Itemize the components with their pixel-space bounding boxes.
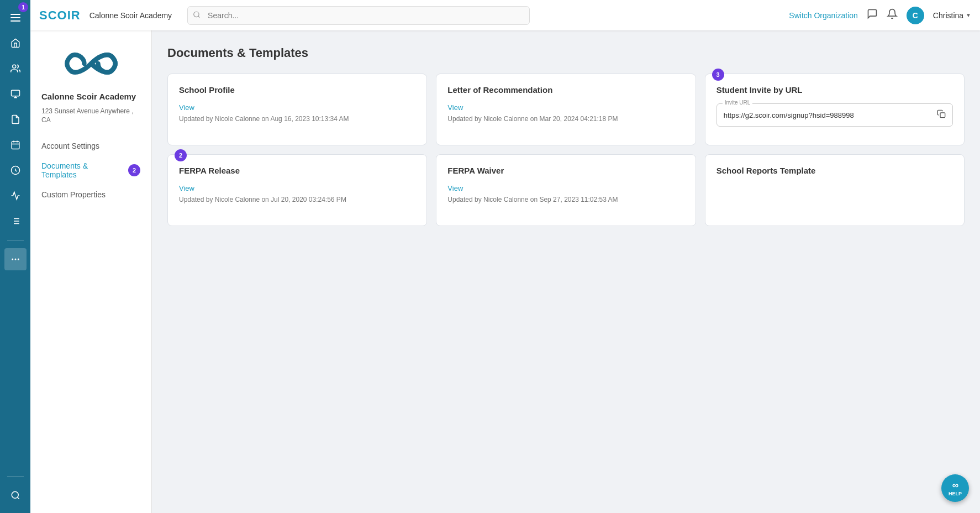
student-invite-title: Student Invite by URL	[716, 85, 953, 95]
user-menu[interactable]: Christina ▼	[933, 11, 971, 20]
school-reports-card: School Reports Template	[705, 154, 965, 226]
svg-point-16	[12, 259, 13, 260]
school-profile-title: School Profile	[179, 85, 415, 95]
nav-documents-templates[interactable]: Documents & Templates 2	[30, 156, 151, 185]
org-logo	[30, 41, 151, 91]
org-name-header: Calonne Scoir Academy	[89, 11, 172, 20]
bottom-nav-icons	[4, 472, 27, 506]
school-reports-title: School Reports Template	[716, 166, 953, 175]
ferpa-waiver-updated: Updated by Nicole Calonne on Sep 27, 202…	[447, 196, 684, 203]
page-title: Documents & Templates	[167, 46, 965, 60]
people-icon[interactable]	[4, 57, 27, 80]
notification-icon[interactable]	[887, 8, 898, 22]
copy-icon[interactable]	[937, 109, 946, 121]
invite-url-box: Invite URL https://g2.scoir.com/signup?h…	[716, 103, 953, 127]
nav-account-settings[interactable]: Account Settings	[30, 136, 151, 156]
svg-rect-0	[10, 14, 20, 15]
content-layout: Calonne Scoir Academy 123 Sunset Avenue …	[30, 30, 980, 513]
students-icon[interactable]	[4, 83, 27, 105]
ferpa-release-card: 2 FERPA Release View Updated by Nicole C…	[167, 154, 427, 226]
school-profile-view-link[interactable]: View	[179, 103, 415, 112]
svg-point-19	[12, 491, 18, 498]
org-title: Calonne Scoir Academy	[41, 91, 140, 102]
letter-recommendation-view-link[interactable]: View	[447, 103, 684, 112]
chevron-down-icon: ▼	[966, 12, 971, 18]
search-icon	[193, 11, 201, 20]
invite-step-badge: 3	[712, 69, 724, 81]
ferpa-waiver-view-link[interactable]: View	[447, 184, 684, 192]
svg-rect-2	[10, 20, 20, 22]
svg-rect-5	[12, 142, 19, 149]
org-address: 123 Sunset Avenue Anywhere , CA	[41, 107, 140, 125]
documents-icon[interactable]	[4, 108, 27, 130]
reports-icon[interactable]	[4, 159, 27, 181]
ferpa-release-title: FERPA Release	[179, 166, 415, 175]
svg-line-22	[198, 16, 200, 18]
ferpa-waiver-title: FERPA Waiver	[447, 166, 684, 175]
svg-point-21	[194, 12, 199, 17]
main-content: Documents & Templates School Profile Vie…	[152, 30, 980, 513]
more-badge: 1	[18, 2, 28, 12]
search-bottom-icon[interactable]	[4, 484, 27, 506]
svg-line-20	[17, 497, 19, 499]
ferpa-release-updated: Updated by Nicole Calonne on Jul 20, 202…	[179, 196, 415, 203]
app-logo: SCOIR	[39, 8, 81, 23]
more-icon[interactable]: 1	[4, 248, 27, 270]
logo-area: SCOIR	[39, 8, 81, 23]
invite-url-label: Invite URL	[723, 100, 753, 106]
ferpa-release-badge: 2	[175, 149, 187, 161]
left-panel: Calonne Scoir Academy 123 Sunset Avenue …	[30, 30, 152, 513]
cards-grid: School Profile View Updated by Nicole Ca…	[167, 74, 965, 226]
search-input[interactable]	[187, 6, 530, 25]
search-bar	[187, 6, 530, 25]
letter-recommendation-card: Letter of Recommendation View Updated by…	[436, 74, 696, 145]
invite-url-text: https://g2.scoir.com/signup?hsid=988998	[724, 111, 932, 119]
svg-point-18	[17, 259, 19, 260]
letter-recommendation-title: Letter of Recommendation	[447, 85, 684, 95]
navbar-right: Switch Organization C Christina ▼	[789, 7, 971, 24]
list-icon[interactable]	[4, 210, 27, 232]
school-profile-updated: Updated by Nicole Calonne on Aug 16, 202…	[179, 115, 415, 123]
svg-point-17	[14, 259, 16, 260]
main-wrapper: SCOIR Calonne Scoir Academy Switch Organ…	[30, 0, 980, 513]
bottom-divider	[7, 476, 24, 477]
svg-rect-23	[940, 113, 945, 118]
school-profile-card: School Profile View Updated by Nicole Ca…	[167, 74, 427, 145]
switch-org-button[interactable]: Switch Organization	[789, 11, 858, 20]
student-invite-card: 3 Student Invite by URL Invite URL https…	[705, 74, 965, 145]
sidebar-divider	[7, 240, 24, 240]
nav-custom-properties[interactable]: Custom Properties	[30, 185, 151, 205]
svg-rect-1	[10, 17, 20, 18]
calendar-icon[interactable]	[4, 134, 27, 156]
svg-rect-4	[11, 90, 19, 96]
help-button[interactable]: ∞ HELP	[941, 474, 969, 502]
user-name-label: Christina	[933, 11, 963, 20]
ferpa-waiver-card: FERPA Waiver View Updated by Nicole Calo…	[436, 154, 696, 226]
user-avatar: C	[907, 7, 924, 24]
navbar: SCOIR Calonne Scoir Academy Switch Organ…	[30, 0, 980, 30]
icon-sidebar: 1	[0, 0, 30, 513]
home-icon[interactable]	[4, 32, 27, 54]
ferpa-release-view-link[interactable]: View	[179, 184, 415, 192]
documents-badge: 2	[128, 164, 140, 176]
svg-point-3	[12, 65, 15, 68]
org-info: Calonne Scoir Academy 123 Sunset Avenue …	[30, 91, 151, 136]
help-label: HELP	[949, 491, 962, 496]
help-infinity-icon: ∞	[952, 480, 958, 490]
megaphone-icon[interactable]	[4, 185, 27, 207]
letter-recommendation-updated: Updated by Nicole Calonne on Mar 20, 202…	[447, 115, 684, 123]
chat-icon[interactable]	[867, 8, 878, 22]
left-nav: Account Settings Documents & Templates 2…	[30, 136, 151, 205]
